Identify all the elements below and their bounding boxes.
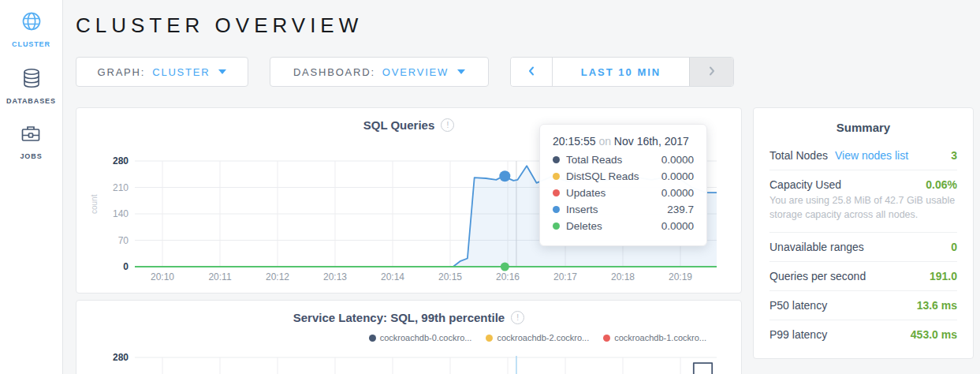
svg-text:20:18: 20:18	[611, 271, 635, 282]
series-dot	[553, 206, 560, 213]
capacity-value: 0.06%	[926, 178, 957, 191]
dashboard-dropdown-label: DASHBOARD:	[293, 66, 375, 78]
tooltip-header: 20:15:55 on Nov 16th, 2017	[553, 135, 694, 148]
time-next-button[interactable]	[689, 58, 733, 86]
app-root: CLUSTER DATABASES JOBS C	[0, 0, 980, 374]
svg-text:20:11: 20:11	[208, 271, 231, 282]
legend-item[interactable]: cockroachdb-1.cockro...	[603, 333, 706, 342]
summary-row-p50: P50 latency 13.6 ms	[769, 290, 957, 320]
capacity-subtext: You are using 25.8 MiB of 42.7 GiB usabl…	[769, 194, 957, 223]
chevron-down-icon	[218, 69, 226, 74]
sidebar-item-databases[interactable]: DATABASES	[6, 67, 56, 105]
sidebar-item-label: DATABASES	[6, 97, 56, 105]
time-range-selector: LAST 10 MIN	[510, 57, 734, 87]
summary-row-unavailable-ranges: Unavailable ranges 0	[769, 232, 957, 261]
sidebar-item-label: CLUSTER	[12, 40, 50, 48]
svg-text:count: count	[90, 194, 99, 214]
tooltip-row: Updates 0.0000	[553, 187, 694, 199]
graph-dropdown-label: GRAPH:	[98, 66, 146, 78]
graph-dropdown[interactable]: GRAPH: CLUSTER	[76, 57, 248, 87]
series-dot	[553, 156, 560, 163]
view-nodes-link[interactable]: View nodes list	[835, 149, 908, 162]
chart-title: Service Latency: SQL, 99th percentile	[293, 311, 505, 324]
chart-title: SQL Queries	[363, 118, 435, 132]
summary-row-p99: P99 latency 453.0 ms	[769, 320, 957, 349]
legend-item[interactable]: cockroachdb-2.cockro...	[486, 333, 589, 342]
page-title: CLUSTER OVERVIEW	[76, 13, 363, 38]
graph-dropdown-value: CLUSTER	[152, 66, 210, 78]
series-dot	[369, 335, 376, 342]
time-prev-button[interactable]	[511, 58, 553, 86]
svg-text:20:16: 20:16	[496, 271, 520, 282]
summary-row-total-nodes: Total Nodes View nodes list 3	[769, 141, 957, 170]
series-dot	[603, 335, 610, 342]
summary-title: Summary	[769, 121, 957, 134]
sidebar: CLUSTER DATABASES JOBS	[0, 0, 63, 374]
svg-text:20:19: 20:19	[669, 271, 692, 282]
svg-text:20:12: 20:12	[266, 271, 289, 282]
summary-row-qps: Queries per second 191.0	[769, 261, 957, 290]
latency-chart-card: Service Latency: SQL, 99th percentile co…	[76, 300, 742, 374]
svg-text:210: 210	[113, 182, 129, 193]
series-dot	[553, 189, 560, 196]
chart-legend: cockroachdb-0.cockro... cockroachdb-2.co…	[369, 333, 706, 342]
chevron-down-icon	[457, 69, 465, 74]
tooltip-row: Deletes 0.0000	[553, 220, 694, 232]
dashboard-dropdown-value: OVERVIEW	[382, 66, 449, 78]
chevron-right-icon	[708, 65, 716, 79]
total-nodes-value: 3	[951, 149, 957, 162]
time-range-label[interactable]: LAST 10 MIN	[553, 58, 689, 86]
svg-text:20:17: 20:17	[553, 271, 577, 282]
svg-text:70: 70	[118, 235, 129, 246]
legend-item[interactable]: cockroachdb-0.cockro...	[369, 333, 472, 342]
series-dot	[553, 223, 560, 230]
svg-text:20:13: 20:13	[323, 271, 347, 282]
svg-text:280: 280	[113, 155, 129, 166]
briefcase-icon	[20, 124, 42, 148]
tooltip-row: DistSQL Reads 0.0000	[553, 170, 694, 182]
sql-queries-chart-card: SQL Queries 07014021028020:1020:1120:122…	[76, 107, 742, 294]
sidebar-item-cluster[interactable]: CLUSTER	[12, 10, 50, 48]
svg-text:20:14: 20:14	[381, 271, 404, 282]
svg-text:20:10: 20:10	[151, 271, 174, 282]
info-icon[interactable]	[441, 118, 454, 132]
summary-row-capacity: Capacity Used 0.06% You are using 25.8 M…	[769, 170, 957, 232]
series-dot	[553, 173, 560, 180]
svg-text:0: 0	[123, 261, 129, 272]
tooltip-row: Inserts 239.7	[553, 204, 694, 215]
sidebar-item-label: JOBS	[20, 152, 42, 160]
series-dot	[486, 335, 493, 342]
info-icon[interactable]	[511, 311, 524, 324]
chart-tooltip: 20:15:55 on Nov 16th, 2017 Total Reads 0…	[539, 124, 707, 246]
svg-text:140: 140	[113, 208, 129, 219]
svg-text:280: 280	[113, 352, 129, 363]
svg-text:20:15: 20:15	[438, 271, 462, 282]
summary-panel: Summary Total Nodes View nodes list 3 Ca…	[753, 107, 974, 359]
tooltip-row: Total Reads 0.0000	[553, 154, 694, 166]
globe-icon	[20, 10, 43, 36]
chevron-left-icon	[527, 65, 535, 79]
database-icon	[21, 67, 42, 92]
dashboard-dropdown[interactable]: DASHBOARD: OVERVIEW	[270, 57, 489, 87]
sidebar-item-jobs[interactable]: JOBS	[20, 124, 42, 160]
